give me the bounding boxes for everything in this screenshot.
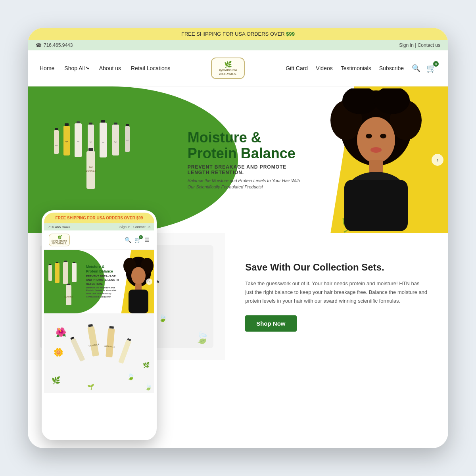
auth-links[interactable]: Sign in | Contact us	[399, 42, 440, 48]
svg-rect-51	[49, 264, 51, 265]
phone-bottles-svg: NATURALS	[46, 258, 86, 305]
nav-gift-card[interactable]: Gift Card	[286, 65, 308, 71]
announcement-bar: FREE SHIPPING FOR USA ORDERS OVER $99	[28, 28, 448, 40]
phone-hamburger-icon[interactable]: ☰	[144, 237, 150, 243]
svg-rect-54	[55, 263, 60, 283]
svg-rect-60	[66, 285, 71, 305]
phone-bottom-product-image: 🌺 🌼 NATURALS NATURA	[44, 313, 154, 393]
hero-text-block: Moisture & Protein Balance PREVENT BREAK…	[188, 130, 303, 190]
svg-rect-3	[65, 123, 69, 126]
svg-text:hyd: hyd	[90, 141, 92, 143]
svg-rect-57	[73, 262, 75, 263]
phone-hero-arrow[interactable]: ›	[146, 278, 152, 285]
svg-point-65	[131, 267, 146, 284]
hero-products: hyd hyd hyd	[49, 110, 160, 209]
svg-rect-18	[126, 124, 129, 126]
svg-point-36	[370, 147, 382, 153]
device-frame: FREE SHIPPING FOR USA ORDERS OVER $99 ☎ …	[28, 28, 448, 448]
svg-rect-33	[344, 180, 408, 231]
phone-bottom-svg: 🌺 🌼 NATURALS NATURA	[48, 315, 151, 391]
model-svg	[324, 88, 428, 231]
phone-auth-links: Sign in | Contact us	[119, 225, 150, 229]
logo-text: hydratherma NATURALS.	[216, 68, 240, 76]
phone-leaf-icon: 🍃	[144, 383, 152, 391]
svg-rect-71	[71, 338, 85, 362]
hero-model-image	[317, 86, 436, 233]
svg-rect-12	[101, 120, 105, 123]
phone-hero-desc: Balance the Moisture and Protein Levels …	[86, 286, 122, 299]
svg-rect-16	[112, 125, 119, 155]
svg-text:NATURALS: NATURALS	[86, 170, 96, 172]
svg-point-35	[380, 134, 386, 138]
svg-text:🌿: 🌿	[52, 376, 61, 385]
svg-text:NATURALS: NATURALS	[64, 296, 73, 298]
svg-text:🌺: 🌺	[56, 327, 67, 338]
phone-phone-number: 716.465.9443	[48, 225, 70, 229]
phone-number-section: ☎ 716.465.9443	[36, 42, 73, 48]
svg-text:🌱: 🌱	[87, 384, 94, 390]
phone-number: 716.465.9443	[44, 42, 73, 48]
collection-description: Take the guesswork out of it. Your hair …	[245, 279, 428, 305]
nav-shop-all[interactable]: Shop All	[64, 65, 89, 71]
phone-nav-icons: 🔍 🛒 0 ☰	[125, 237, 150, 243]
nav-right: Gift Card Videos Testimonials Subscribe …	[286, 63, 436, 73]
hero-title: Moisture & Protein Balance	[188, 130, 303, 161]
svg-rect-0	[55, 128, 58, 130]
svg-text:🌿: 🌿	[143, 362, 150, 369]
svg-text:hyd: hyd	[77, 140, 79, 142]
svg-text:hyd: hyd	[126, 139, 129, 141]
phone-search-icon[interactable]: 🔍	[125, 237, 131, 243]
nav-home[interactable]: Home	[40, 65, 54, 71]
svg-text:hyd: hyd	[114, 141, 117, 143]
svg-rect-75	[109, 326, 114, 329]
utility-bar: ☎ 716.465.9443 Sign in | Contact us	[28, 40, 448, 50]
svg-rect-73	[87, 326, 99, 357]
svg-rect-55	[64, 261, 67, 262]
phone-hero-products: NATURALS	[44, 250, 88, 313]
nav-subscribe[interactable]: Subscribe	[379, 65, 404, 71]
search-icon[interactable]: 🔍	[412, 64, 420, 73]
svg-rect-59	[67, 284, 70, 285]
svg-rect-52	[48, 265, 52, 281]
chevron-right-icon: ›	[437, 157, 439, 163]
phone-cart-wrap[interactable]: 🛒 0	[134, 237, 141, 243]
phone-announcement-bar: FREE SHIPPING FOR USA ORDERS OVER $99	[44, 213, 154, 223]
announcement-text-prefix: FREE SHIPPING FOR USA ORDERS OVER	[181, 31, 286, 37]
svg-rect-67	[129, 290, 148, 313]
phone-hero-title: Moisture &Protein Balance	[86, 265, 122, 274]
svg-rect-1	[54, 130, 59, 154]
phone-utility-bar: 716.465.9443 Sign in | Contact us	[44, 223, 154, 230]
svg-rect-15	[114, 123, 117, 125]
auth-text[interactable]: Sign in | Contact us	[399, 42, 440, 48]
shop-now-button[interactable]: Shop Now	[245, 315, 296, 332]
svg-rect-56	[63, 262, 68, 284]
svg-rect-58	[72, 263, 77, 282]
phone-announcement-text: FREE SHIPPING FOR USA ORDERS OVER $99	[56, 216, 143, 220]
svg-rect-53	[56, 262, 58, 263]
svg-text:hyd: hyd	[55, 144, 58, 146]
phone-mockup: FREE SHIPPING FOR USA ORDERS OVER $99 71…	[42, 210, 157, 440]
nav-retail[interactable]: Retail Locations	[131, 65, 171, 71]
svg-rect-13	[100, 123, 107, 157]
announcement-price: $99	[286, 31, 295, 37]
nav-about-us[interactable]: About us	[99, 65, 121, 71]
svg-text:🍃: 🍃	[158, 314, 167, 322]
nav-testimonials[interactable]: Testimonials	[341, 65, 371, 71]
hero-subtitle: PREVENT BREAKAGE AND PROMOTE LENGTH RETE…	[188, 164, 303, 175]
cart-icon-wrap[interactable]: 🛒 0	[426, 63, 436, 73]
nav-left: Home Shop All About us Retail Locations	[40, 65, 171, 71]
chevron-down-icon	[86, 66, 89, 69]
phone-logo[interactable]: 🌿 hydratherma NATURALS.	[49, 234, 70, 246]
svg-text:hyd: hyd	[65, 140, 68, 142]
phone-hero-text: Moisture &Protein Balance PREVENT BREAKA…	[86, 265, 122, 299]
svg-text:🌼: 🌼	[54, 347, 63, 357]
nav-logo[interactable]: 🌿 hydratherma NATURALS.	[210, 54, 246, 82]
cart-badge: 0	[433, 61, 439, 67]
phone-nav: 🌿 hydratherma NATURALS. 🔍 🛒 0 ☰	[44, 230, 154, 250]
svg-text:hyd: hyd	[89, 166, 92, 168]
nav-videos[interactable]: Videos	[316, 65, 333, 71]
leaf-decoration-bottom: 🍃	[195, 330, 209, 344]
hero-next-arrow[interactable]: ›	[432, 154, 443, 166]
phone-inner: FREE SHIPPING FOR USA ORDERS OVER $99 71…	[44, 213, 154, 438]
svg-text:hyd: hyd	[102, 141, 104, 143]
